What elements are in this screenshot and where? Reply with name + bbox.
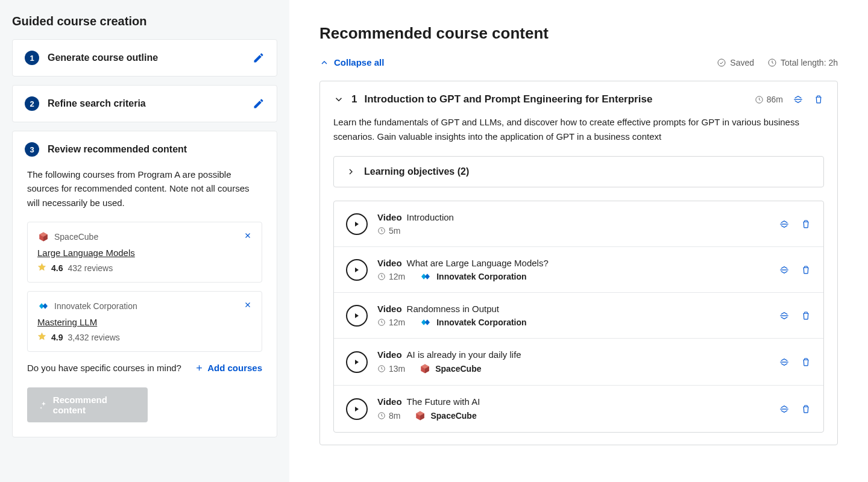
step-number: 1 — [25, 51, 39, 65]
module-card: 1 Introduction to GPT and Prompt Enginee… — [319, 81, 838, 445]
step-review-content: 3 Review recommended content The followi… — [12, 131, 277, 437]
step-number: 2 — [25, 96, 39, 111]
content-title: AI is already in your daily life — [407, 349, 521, 360]
add-courses-label: Add courses — [207, 363, 262, 373]
content-duration: 5m — [377, 226, 400, 236]
learning-objectives-toggle[interactable]: Learning objectives (2) — [333, 156, 824, 187]
source-course-card: SpaceCube Large Language Models 4.6 432 … — [27, 222, 262, 283]
content-duration: 13m — [377, 364, 405, 374]
delete-icon[interactable] — [800, 404, 811, 415]
play-button[interactable] — [346, 213, 368, 235]
content-type: Video — [377, 396, 402, 407]
module-description: Learn the fundamentals of GPT and LLMs, … — [333, 115, 824, 144]
delete-icon[interactable] — [800, 264, 811, 275]
recommend-content-button[interactable]: Recommend content — [27, 387, 148, 422]
content-duration: 8m — [377, 411, 400, 421]
main-content: Recommended course content Collapse all … — [289, 0, 868, 482]
main-heading: Recommended course content — [319, 24, 838, 43]
chevron-right-icon — [346, 167, 356, 177]
course-title-link[interactable]: Large Language Models — [37, 248, 135, 258]
add-courses-button[interactable]: Add courses — [195, 363, 262, 373]
saved-status: Saved — [717, 58, 754, 67]
remove-course-button[interactable] — [244, 301, 252, 311]
step-title: Review recommended content — [48, 144, 265, 155]
content-provider: Innovatek Corporation — [420, 272, 526, 281]
content-duration: 12m — [377, 318, 405, 327]
play-icon — [353, 266, 360, 274]
sidebar-title: Guided course creation — [12, 14, 277, 28]
collapse-all-button[interactable]: Collapse all — [319, 57, 384, 67]
collapse-all-label: Collapse all — [334, 57, 384, 67]
clock-icon — [377, 365, 386, 373]
chevron-up-icon — [319, 58, 329, 67]
delete-icon[interactable] — [800, 219, 811, 230]
reorder-icon[interactable] — [779, 219, 790, 230]
play-button[interactable] — [346, 305, 368, 327]
reorder-icon[interactable] — [793, 94, 804, 105]
edit-icon[interactable] — [253, 52, 265, 64]
content-type: Video — [377, 304, 402, 314]
rating-value: 4.6 — [51, 263, 63, 273]
spacecube-logo-icon — [37, 231, 49, 243]
clock-icon — [755, 95, 764, 104]
content-provider: SpaceCube — [415, 410, 476, 421]
step-refine-criteria[interactable]: 2 Refine search criteria — [12, 85, 277, 122]
clock-icon — [377, 272, 386, 281]
content-item: Video The Future with AI 8m SpaceCube — [334, 386, 823, 432]
chevron-down-icon[interactable] — [333, 94, 344, 105]
play-button[interactable] — [346, 351, 368, 373]
reorder-icon[interactable] — [779, 310, 790, 321]
innovatek-logo-icon — [420, 272, 432, 281]
content-provider: SpaceCube — [420, 363, 481, 374]
review-count: 3,432 reviews — [68, 333, 119, 342]
edit-icon[interactable] — [253, 98, 265, 110]
provider-name: Innovatek Corporation — [54, 301, 137, 311]
provider-name: Innovatek Corporation — [436, 318, 526, 327]
clock-icon — [377, 227, 386, 235]
play-button[interactable] — [346, 259, 368, 281]
reorder-icon[interactable] — [779, 404, 790, 415]
rating-value: 4.9 — [51, 333, 63, 342]
content-provider: Innovatek Corporation — [420, 318, 526, 327]
delete-icon[interactable] — [800, 357, 811, 368]
provider-name: SpaceCube — [435, 364, 481, 374]
clock-icon — [377, 412, 386, 420]
recommend-content-label: Recommend content — [53, 395, 136, 415]
delete-icon[interactable] — [800, 310, 811, 321]
play-button[interactable] — [346, 398, 368, 420]
step-generate-outline[interactable]: 1 Generate course outline — [12, 39, 277, 77]
content-duration: 12m — [377, 272, 405, 281]
toolbar: Collapse all Saved Total length: 2h — [319, 57, 838, 67]
reorder-icon[interactable] — [779, 357, 790, 368]
source-course-card: Innovatek Corporation Mastering LLM 4.9 … — [27, 291, 262, 352]
play-icon — [353, 358, 360, 366]
play-icon — [353, 221, 360, 228]
innovatek-logo-icon — [420, 318, 432, 327]
check-circle-icon — [717, 58, 726, 67]
content-title: The Future with AI — [407, 396, 480, 407]
content-type: Video — [377, 349, 402, 360]
content-item: Video AI is already in your daily life 1… — [334, 339, 823, 386]
spacecube-logo-icon — [415, 410, 426, 421]
clock-icon — [767, 58, 777, 67]
module-number: 1 — [351, 93, 357, 105]
step-number: 3 — [25, 142, 39, 157]
star-icon — [37, 263, 46, 274]
learning-objectives-label: Learning objectives (2) — [364, 166, 469, 177]
content-item: Video Randomness in Output 12m Innovatek… — [334, 293, 823, 339]
provider-name: SpaceCube — [430, 411, 476, 421]
review-description: The following courses from Program A are… — [27, 167, 262, 210]
sidebar: Guided course creation 1 Generate course… — [0, 0, 289, 482]
sparkle-icon — [39, 400, 48, 410]
star-icon — [37, 332, 46, 343]
delete-icon[interactable] — [813, 94, 824, 105]
provider-name: Innovatek Corporation — [436, 272, 526, 281]
step-title: Refine search criteria — [48, 98, 244, 109]
content-type: Video — [377, 212, 402, 222]
course-title-link[interactable]: Mastering LLM — [37, 317, 97, 327]
review-count: 432 reviews — [68, 263, 113, 273]
reorder-icon[interactable] — [779, 264, 790, 275]
spacecube-logo-icon — [420, 363, 430, 374]
content-item: Video Introduction 5m — [334, 201, 823, 247]
remove-course-button[interactable] — [244, 231, 252, 242]
